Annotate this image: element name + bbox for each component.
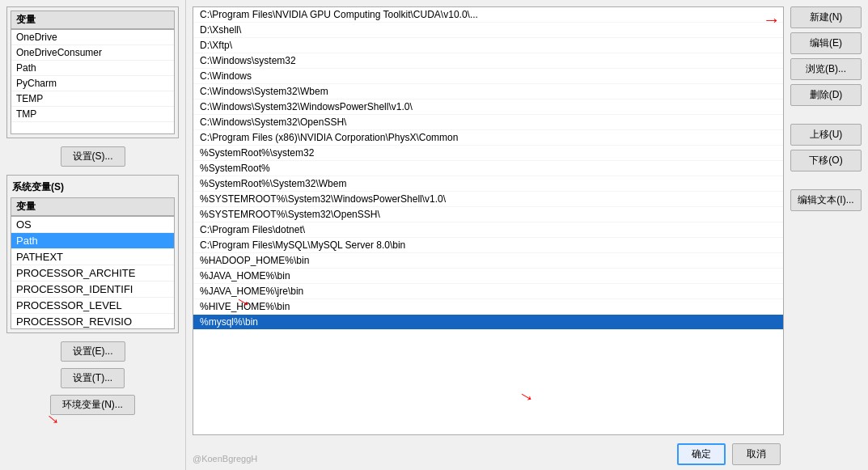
sys-settings-btn-row: 设置(E)... bbox=[6, 341, 179, 362]
edit-text-button[interactable]: 编辑文本(I)... bbox=[790, 189, 862, 211]
value-item-10[interactable]: %SystemRoot% bbox=[193, 161, 783, 176]
env-btn-row: 环境变量(N)... bbox=[6, 395, 179, 415]
sys-var-os[interactable]: OS bbox=[11, 217, 174, 233]
user-vars-list: OneDrive OneDriveConsumer Path PyCharm T… bbox=[11, 29, 175, 134]
sys-settings2-button[interactable]: 设置(T)... bbox=[61, 368, 125, 388]
delete-button[interactable]: 删除(D) bbox=[790, 84, 862, 106]
value-item-2[interactable]: D:\Xftp\ bbox=[193, 38, 783, 53]
sys-var-path[interactable]: Path bbox=[11, 233, 174, 249]
value-item-4[interactable]: C:\Windows bbox=[193, 69, 783, 84]
value-item-12[interactable]: %SYSTEMROOT%\System32\WindowsPowerShell\… bbox=[193, 192, 783, 207]
value-item-14[interactable]: C:\Program Files\dotnet\ bbox=[193, 222, 783, 238]
value-item-0[interactable]: C:\Program Files\NVIDIA GPU Computing To… bbox=[193, 7, 783, 23]
sys-var-proc-rev[interactable]: PROCESSOR_REVISIO bbox=[11, 314, 174, 329]
value-item-18[interactable]: %JAVA_HOME%\jre\bin bbox=[193, 284, 783, 299]
value-item-11[interactable]: %SystemRoot%\System32\Wbem bbox=[193, 176, 783, 192]
value-list-container: C:\Program Files\NVIDIA GPU Computing To… bbox=[193, 6, 784, 435]
sys-vars-list: OS Path PATHEXT PROCESSOR_ARCHITE PROCES… bbox=[11, 216, 175, 329]
user-var-item-temp[interactable]: TEMP bbox=[11, 91, 174, 107]
value-item-5[interactable]: C:\Windows\System32\Wbem bbox=[193, 84, 783, 100]
spacer bbox=[790, 110, 862, 120]
user-var-item-ondedrive[interactable]: OneDrive bbox=[11, 30, 174, 45]
left-panel: 变量 OneDrive OneDriveConsumer Path PyChar… bbox=[0, 0, 186, 470]
value-item-3[interactable]: C:\Windows\system32 bbox=[193, 53, 783, 69]
new-button[interactable]: 新建(N) bbox=[790, 6, 862, 28]
value-item-15[interactable]: C:\Program Files\MySQL\MySQL Server 8.0\… bbox=[193, 238, 783, 253]
value-item-20[interactable]: %mysql%\bin bbox=[193, 315, 783, 330]
cancel-button[interactable]: 取消 bbox=[732, 443, 781, 465]
sys-vars-section: 系统变量(S) 变量 OS Path PATHEXT PROCESSOR_ARC… bbox=[6, 175, 179, 333]
edit-button[interactable]: 编辑(E) bbox=[790, 32, 862, 54]
user-settings-btn-row: 设置(S)... bbox=[6, 146, 179, 167]
action-buttons-panel: 新建(N) 编辑(E) 浏览(B)... 删除(D) 上移(U) 下移(O) 编… bbox=[787, 0, 868, 470]
move-down-button[interactable]: 下移(O) bbox=[790, 150, 862, 171]
user-var-item-onedriveconsumer[interactable]: OneDriveConsumer bbox=[11, 45, 174, 61]
spacer2 bbox=[790, 176, 862, 185]
value-item-9[interactable]: %SystemRoot%\system32 bbox=[193, 146, 783, 161]
sys-var-pathext[interactable]: PATHEXT bbox=[11, 249, 174, 265]
ok-button[interactable]: 确定 bbox=[677, 443, 726, 465]
user-settings-button[interactable]: 设置(S)... bbox=[61, 146, 125, 167]
value-item-1[interactable]: D:\Xshell\ bbox=[193, 23, 783, 38]
user-vars-section: 变量 OneDrive OneDriveConsumer Path PyChar… bbox=[6, 6, 179, 138]
sys-var-proc-ident[interactable]: PROCESSOR_IDENTIFI bbox=[11, 282, 174, 298]
env-vars-button[interactable]: 环境变量(N)... bbox=[50, 395, 135, 415]
user-var-item-path[interactable]: Path bbox=[11, 61, 174, 76]
value-item-17[interactable]: %JAVA_HOME%\bin bbox=[193, 269, 783, 284]
sys-var-proc-arch[interactable]: PROCESSOR_ARCHITE bbox=[11, 265, 174, 282]
sys-settings-button[interactable]: 设置(E)... bbox=[61, 341, 125, 362]
sys-var-proc-level[interactable]: PROCESSOR_LEVEL bbox=[11, 298, 174, 314]
user-vars-column-header: 变量 bbox=[11, 11, 175, 29]
move-up-button[interactable]: 上移(U) bbox=[790, 124, 862, 146]
value-item-13[interactable]: %SYSTEMROOT%\System32\OpenSSH\ bbox=[193, 207, 783, 222]
content-area: C:\Program Files\NVIDIA GPU Computing To… bbox=[186, 0, 868, 470]
browse-button[interactable]: 浏览(B)... bbox=[790, 58, 862, 80]
value-item-19[interactable]: %HIVE_HOME%\bin bbox=[193, 299, 783, 315]
value-list-section: C:\Program Files\NVIDIA GPU Computing To… bbox=[186, 0, 787, 470]
sys-vars-label: 系统变量(S) bbox=[11, 179, 175, 196]
value-item-16[interactable]: %HADOOP_HOME%\bin bbox=[193, 253, 783, 269]
value-item-8[interactable]: C:\Program Files (x86)\NVIDIA Corporatio… bbox=[193, 130, 783, 146]
watermark-text: @KoenBgreggH bbox=[193, 454, 257, 464]
sys-settings2-btn-row: 设置(T)... bbox=[6, 368, 179, 388]
value-item-7[interactable]: C:\Windows\System32\OpenSSH\ bbox=[193, 115, 783, 130]
user-var-item-pycharm[interactable]: PyCharm bbox=[11, 76, 174, 91]
sys-col-header: 变量 bbox=[11, 197, 175, 216]
user-var-item-tmp[interactable]: TMP bbox=[11, 107, 174, 122]
value-item-6[interactable]: C:\Windows\System32\WindowsPowerShell\v1… bbox=[193, 100, 783, 115]
confirm-row: @KoenBgreggH 确定 取消 bbox=[186, 438, 787, 470]
